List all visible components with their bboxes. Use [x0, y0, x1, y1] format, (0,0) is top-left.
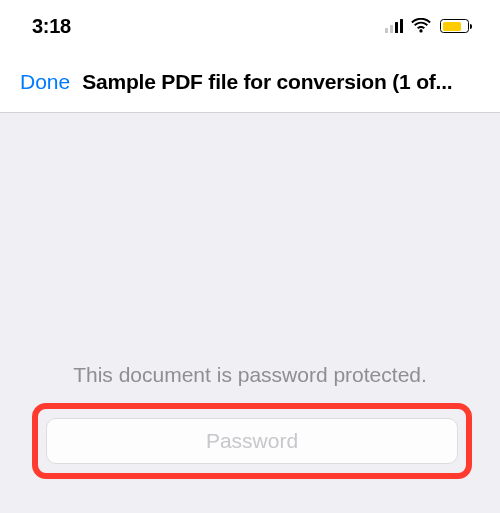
wifi-icon	[411, 18, 431, 34]
page-title: Sample PDF file for conversion (1 of...	[82, 70, 480, 94]
password-prompt-message: This document is password protected.	[0, 363, 500, 387]
password-highlight-box	[32, 403, 472, 479]
battery-fill	[443, 22, 461, 31]
navigation-bar: Done Sample PDF file for conversion (1 o…	[0, 52, 500, 112]
status-time: 3:18	[32, 15, 71, 38]
cellular-signal-icon	[385, 19, 404, 33]
password-input[interactable]	[46, 418, 458, 464]
status-bar: 3:18	[0, 0, 500, 52]
battery-icon	[440, 19, 472, 33]
done-button[interactable]: Done	[20, 70, 70, 94]
status-icons	[385, 18, 472, 34]
content-area: This document is password protected.	[0, 113, 500, 513]
